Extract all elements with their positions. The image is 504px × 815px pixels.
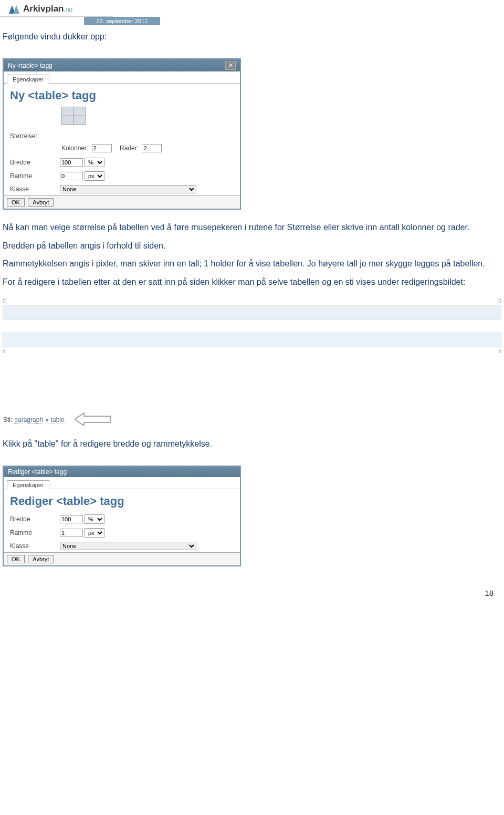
columns-label: Kolonner: bbox=[61, 145, 88, 152]
border-unit-select[interactable]: px bbox=[85, 171, 104, 181]
intro-paragraph: Følgende vindu dukker opp: bbox=[0, 25, 504, 54]
class-label: Klasse bbox=[10, 542, 60, 550]
ok-button[interactable]: OK bbox=[7, 198, 25, 207]
breadcrumb-paragraph[interactable]: paragraph bbox=[14, 416, 43, 424]
dialog-titlebar: Ny <table> tagg ✕ bbox=[4, 59, 240, 71]
logo-suffix: .no bbox=[64, 6, 72, 13]
close-icon[interactable]: ✕ bbox=[225, 61, 236, 70]
table-row[interactable] bbox=[3, 305, 501, 319]
columns-input[interactable] bbox=[92, 144, 112, 152]
dialog-heading: Rediger <table> tagg bbox=[4, 489, 240, 512]
arrow-callout-icon bbox=[75, 411, 111, 429]
width-unit-select[interactable]: % bbox=[85, 158, 104, 167]
edit-table-dialog: Rediger <table> tagg Egenskaper Rediger … bbox=[3, 466, 241, 566]
border-label: Ramme bbox=[10, 172, 60, 180]
table-row[interactable] bbox=[3, 333, 501, 347]
page-number: 18 bbox=[0, 573, 504, 603]
size-grid-preview[interactable] bbox=[61, 107, 88, 125]
table-selection-preview bbox=[3, 305, 501, 347]
ok-button[interactable]: OK bbox=[7, 555, 25, 563]
dialog-heading: Ny <table> tagg bbox=[4, 84, 240, 107]
logo-icon bbox=[8, 3, 20, 15]
site-logo: Arkivplan.no bbox=[0, 0, 113, 17]
rows-input[interactable] bbox=[142, 144, 162, 152]
border-unit-select[interactable]: px bbox=[85, 528, 104, 538]
width-label: Bredde bbox=[10, 515, 60, 523]
border-input[interactable] bbox=[60, 529, 83, 537]
border-input[interactable] bbox=[60, 172, 83, 180]
click-table-paragraph: Klikk på "table" for å redigere bredde o… bbox=[0, 432, 504, 461]
dialog-titlebar: Rediger <table> tagg bbox=[4, 467, 240, 477]
breadcrumb-separator: » bbox=[45, 416, 49, 424]
tab-properties[interactable]: Egenskaper bbox=[7, 75, 49, 84]
dialog-title-text: Ny <table> tagg bbox=[8, 62, 52, 69]
tab-properties[interactable]: Egenskaper bbox=[7, 480, 49, 489]
document-date: 22. september 2011 bbox=[84, 17, 160, 25]
cancel-button[interactable]: Avbryt bbox=[28, 198, 54, 207]
breadcrumb: Sti: paragraph » table bbox=[0, 408, 504, 432]
class-select[interactable]: None bbox=[60, 185, 196, 193]
width-label: Bredde bbox=[10, 159, 60, 166]
width-input[interactable] bbox=[60, 158, 83, 167]
dialog-title-text: Rediger <table> tagg bbox=[8, 468, 67, 476]
logo-text: Arkivplan bbox=[23, 4, 64, 14]
class-select[interactable]: None bbox=[60, 542, 196, 550]
size-label: Størrelse: bbox=[10, 132, 60, 140]
border-label: Ramme bbox=[10, 529, 60, 537]
class-label: Klasse bbox=[10, 185, 60, 193]
width-input[interactable] bbox=[60, 515, 83, 523]
new-table-dialog: Ny <table> tagg ✕ Egenskaper Ny <table> … bbox=[3, 58, 241, 210]
rows-label: Rader: bbox=[120, 145, 139, 152]
breadcrumb-table[interactable]: table bbox=[51, 416, 65, 424]
breadcrumb-label: Sti: bbox=[3, 416, 12, 424]
width-unit-select[interactable]: % bbox=[85, 514, 104, 524]
instruction-paragraphs: Nå kan man velge størrelse på tabellen v… bbox=[0, 216, 504, 300]
cancel-button[interactable]: Avbryt bbox=[28, 555, 54, 563]
